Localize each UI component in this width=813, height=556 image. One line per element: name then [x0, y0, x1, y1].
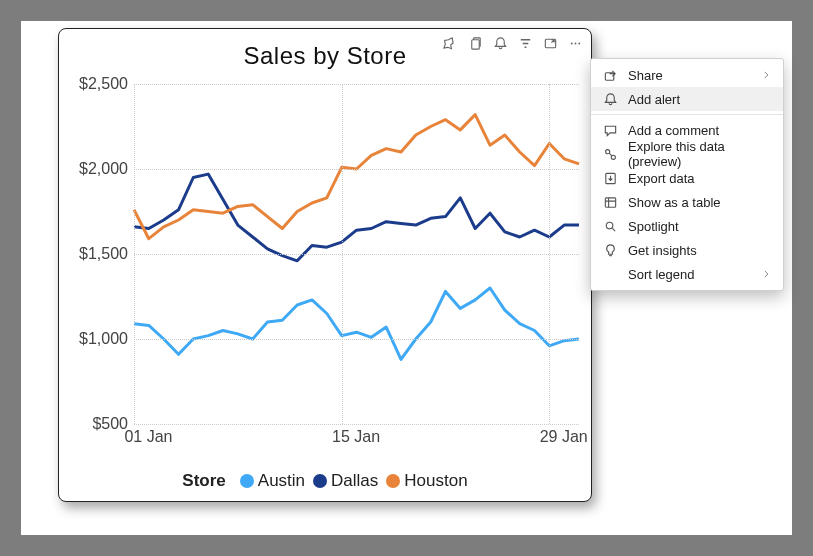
svg-point-7	[611, 155, 615, 159]
menu-item-sort-legend[interactable]: Sort legend	[591, 262, 783, 286]
svg-rect-0	[472, 40, 480, 49]
swatch	[240, 474, 254, 488]
y-tick-label: $500	[92, 415, 128, 433]
menu-separator	[591, 114, 783, 115]
bell-icon	[603, 92, 618, 107]
svg-point-2	[571, 43, 573, 45]
legend-item-austin[interactable]: Austin	[240, 471, 305, 491]
menu-item-spotlight[interactable]: Spotlight	[591, 214, 783, 238]
chart-card: Sales by Store $2,500$2,000$1,500$1,000$…	[58, 28, 592, 502]
grid-line-h	[134, 169, 579, 170]
menu-item-share[interactable]: Share	[591, 63, 783, 87]
app-canvas: Sales by Store $2,500$2,000$1,500$1,000$…	[21, 21, 792, 535]
more-icon[interactable]	[568, 36, 583, 51]
grid-line-v	[549, 84, 550, 424]
focus-icon[interactable]	[543, 36, 558, 51]
legend-label: Dallas	[331, 471, 378, 491]
menu-item-label: Show as a table	[628, 195, 771, 210]
x-tick-label: 01 Jan	[124, 428, 172, 446]
y-tick-label: $1,000	[79, 330, 128, 348]
pin-icon[interactable]	[443, 36, 458, 51]
grid-line-h	[134, 84, 579, 85]
legend-label: Austin	[258, 471, 305, 491]
svg-point-10	[606, 222, 613, 229]
y-tick-label: $2,500	[79, 75, 128, 93]
svg-point-6	[606, 149, 610, 153]
menu-item-label: Add a comment	[628, 123, 771, 138]
legend-title: Store	[182, 471, 225, 491]
menu-item-show-as-a-table[interactable]: Show as a table	[591, 190, 783, 214]
context-menu: ShareAdd alertAdd a commentExplore this …	[590, 58, 784, 291]
swatch	[313, 474, 327, 488]
legend: Store Austin Dallas Houston	[59, 471, 591, 491]
filter-icon[interactable]	[518, 36, 533, 51]
menu-item-label: Spotlight	[628, 219, 771, 234]
svg-point-3	[575, 43, 577, 45]
menu-item-add-alert[interactable]: Add alert	[591, 87, 783, 111]
x-tick-label: 29 Jan	[540, 428, 588, 446]
legend-label: Houston	[404, 471, 467, 491]
x-tick-label: 15 Jan	[332, 428, 380, 446]
legend-item-houston[interactable]: Houston	[386, 471, 467, 491]
y-tick-label: $2,000	[79, 160, 128, 178]
card-toolbar	[443, 36, 583, 51]
svg-point-4	[578, 43, 580, 45]
plot-area: $2,500$2,000$1,500$1,000$50001 Jan15 Jan…	[134, 84, 579, 424]
y-tick-label: $1,500	[79, 245, 128, 263]
menu-item-label: Share	[628, 68, 751, 83]
export-icon	[603, 171, 618, 186]
grid-line-v	[342, 84, 343, 424]
table-icon	[603, 195, 618, 210]
blank-icon	[603, 267, 618, 282]
chevron-right-icon	[761, 267, 771, 282]
swatch	[386, 474, 400, 488]
menu-item-label: Export data	[628, 171, 771, 186]
insights-icon	[603, 243, 618, 258]
share-icon	[603, 68, 618, 83]
series-dallas[interactable]	[134, 174, 579, 261]
series-austin[interactable]	[134, 288, 579, 359]
explore-icon	[603, 147, 618, 162]
grid-line-h	[134, 424, 579, 425]
chevron-right-icon	[761, 68, 771, 83]
menu-item-label: Add alert	[628, 92, 771, 107]
spotlight-icon	[603, 219, 618, 234]
comment-icon	[603, 123, 618, 138]
grid-line-v	[134, 84, 135, 424]
grid-line-h	[134, 254, 579, 255]
menu-item-get-insights[interactable]: Get insights	[591, 238, 783, 262]
menu-item-label: Get insights	[628, 243, 771, 258]
svg-rect-9	[605, 197, 615, 206]
grid-line-h	[134, 339, 579, 340]
menu-item-label: Explore this data (preview)	[628, 139, 771, 169]
menu-item-label: Sort legend	[628, 267, 751, 282]
menu-item-explore-this-data-preview[interactable]: Explore this data (preview)	[591, 142, 783, 166]
menu-item-export-data[interactable]: Export data	[591, 166, 783, 190]
bell-icon[interactable]	[493, 36, 508, 51]
copy-icon[interactable]	[468, 36, 483, 51]
legend-item-dallas[interactable]: Dallas	[313, 471, 378, 491]
